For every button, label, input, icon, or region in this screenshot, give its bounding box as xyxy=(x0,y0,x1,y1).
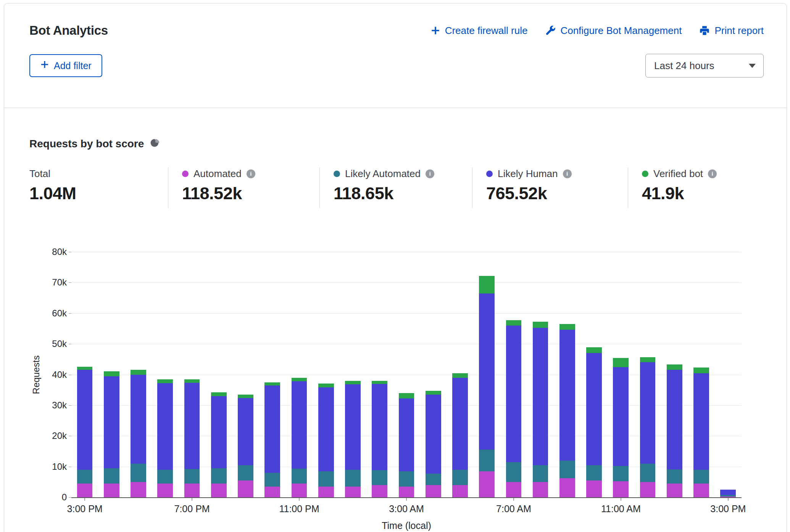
stacked-bar xyxy=(533,252,548,497)
stat-block: Total 1.04M xyxy=(29,168,168,208)
stacked-bar xyxy=(479,252,495,497)
configure-bot-management-label: Configure Bot Management xyxy=(560,25,682,37)
bar-segment-verified-bot xyxy=(238,395,253,398)
bar-segment-automated xyxy=(77,484,93,497)
stacked-bar xyxy=(720,252,736,497)
bar-segment-automated xyxy=(345,487,361,497)
stacked-bar xyxy=(292,252,307,497)
bar-slot xyxy=(661,252,688,497)
chart-plot: 010k20k30k40k50k60k70k80k3:00 PM7:00 PM1… xyxy=(71,252,742,498)
time-range-select[interactable]: Last 24 hours xyxy=(645,54,764,77)
bar-segment-likely-human xyxy=(184,383,200,469)
bar-segment-likely-automated xyxy=(318,471,334,487)
x-tick-mark xyxy=(513,498,514,501)
y-tick-mark xyxy=(69,375,71,375)
bar-slot xyxy=(125,252,152,497)
bar-slot xyxy=(232,252,259,497)
bar-segment-verified-bot xyxy=(640,357,656,363)
legend-dot xyxy=(642,171,648,177)
info-icon[interactable]: i xyxy=(563,169,572,178)
bar-segment-verified-bot xyxy=(318,384,334,387)
stat-block: Automated i 118.52k xyxy=(168,168,319,208)
chevron-down-icon xyxy=(749,64,756,68)
x-tick-label: 7:00 AM xyxy=(496,503,531,514)
bar-segment-likely-human xyxy=(372,384,387,471)
bar-segment-verified-bot xyxy=(211,392,227,396)
y-tick-label: 20k xyxy=(52,430,67,441)
bar-segment-likely-human xyxy=(345,384,361,469)
bar-segment-likely-human xyxy=(506,326,522,462)
bar-slot xyxy=(608,252,634,497)
bar-segment-likely-automated xyxy=(667,469,682,484)
stat-block: Verified bot i 41.9k xyxy=(628,168,717,208)
bar-segment-likely-human xyxy=(533,328,548,465)
bar-segment-automated xyxy=(640,482,656,497)
x-tick-label: 3:00 PM xyxy=(710,503,746,514)
stacked-bar xyxy=(211,252,227,497)
stacked-bar xyxy=(184,252,200,497)
bar-segment-likely-automated xyxy=(640,464,656,482)
x-tick-label: 3:00 AM xyxy=(389,503,424,514)
bar-segment-automated xyxy=(131,482,146,497)
stacked-bar xyxy=(586,252,602,497)
info-icon[interactable]: i xyxy=(247,169,255,178)
bar-segment-likely-automated xyxy=(452,470,468,485)
bar-segment-likely-automated xyxy=(184,469,200,484)
bar-segment-automated xyxy=(318,487,334,497)
stat-value: 1.04M xyxy=(29,184,168,203)
print-report-link[interactable]: Print report xyxy=(699,25,764,37)
bar-segment-automated xyxy=(372,485,387,497)
card-body: Requests by bot score Total 1.04M xyxy=(4,108,787,531)
bar-segment-verified-bot xyxy=(131,370,146,374)
bar-segment-likely-automated xyxy=(264,473,280,487)
bar-slot xyxy=(554,252,580,497)
bar-segment-likely-human xyxy=(318,387,334,471)
bar-segment-likely-automated xyxy=(77,470,93,484)
bar-segment-automated xyxy=(452,485,468,497)
bar-segment-automated xyxy=(211,484,227,497)
x-axis-title: Time (local) xyxy=(71,520,742,531)
y-tick-mark xyxy=(69,252,71,252)
bar-segment-automated xyxy=(238,480,253,497)
bar-slot xyxy=(339,252,366,497)
configure-bot-management-link[interactable]: Configure Bot Management xyxy=(545,25,682,37)
bar-slot xyxy=(447,252,473,497)
bar-slot xyxy=(179,252,205,497)
stacked-bar xyxy=(104,252,119,497)
info-icon[interactable]: i xyxy=(708,169,717,178)
y-tick-label: 0 xyxy=(62,492,67,503)
stacked-bar xyxy=(559,252,575,497)
bar-slot xyxy=(715,252,742,497)
stat-label: Total xyxy=(29,168,50,180)
bar-segment-likely-human xyxy=(693,373,709,470)
legend-dot xyxy=(486,171,493,177)
bar-segment-likely-automated xyxy=(104,468,119,484)
x-tick-mark xyxy=(406,498,407,501)
bars-layer xyxy=(71,252,742,497)
legend-dot xyxy=(182,171,189,177)
y-tick-mark xyxy=(69,467,71,467)
stat-label: Automated xyxy=(193,168,242,180)
stat-label: Likely Automated xyxy=(345,168,421,180)
bar-slot xyxy=(393,252,420,497)
bar-segment-likely-human xyxy=(452,378,468,470)
add-filter-button[interactable]: Add filter xyxy=(29,54,102,77)
create-firewall-rule-link[interactable]: Create firewall rule xyxy=(430,25,528,37)
y-tick-label: 40k xyxy=(52,369,67,380)
x-tick-label: 3:00 PM xyxy=(67,503,103,514)
info-icon[interactable]: i xyxy=(426,169,434,178)
bar-segment-likely-human xyxy=(399,398,414,471)
card-header: Bot Analytics Create firewall rule Confi… xyxy=(4,3,787,108)
y-tick-label: 60k xyxy=(52,308,67,319)
bar-segment-verified-bot xyxy=(292,378,307,382)
bar-segment-automated xyxy=(613,481,629,497)
legend-dot xyxy=(334,171,340,177)
bar-segment-likely-human xyxy=(667,370,682,469)
stacked-bar xyxy=(667,252,682,497)
y-tick-label: 80k xyxy=(52,247,67,257)
bar-slot xyxy=(313,252,339,497)
x-tick-mark xyxy=(299,498,300,501)
stat-label: Likely Human xyxy=(498,168,558,180)
x-tick-mark xyxy=(728,498,729,501)
bar-segment-verified-bot xyxy=(426,391,441,395)
